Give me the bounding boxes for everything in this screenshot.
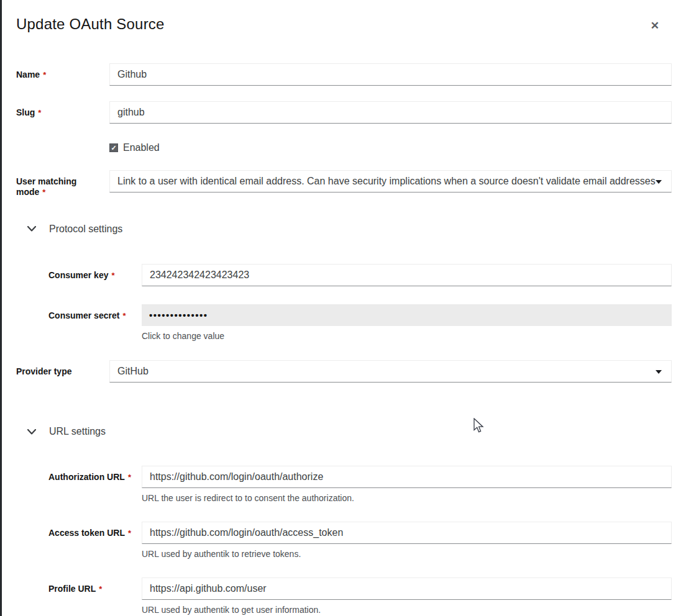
required-asterisk: * <box>111 271 114 280</box>
form-row-consumer-key: Consumer key* <box>48 264 672 286</box>
chevron-down-icon <box>656 180 662 184</box>
form-row-enabled: ✓ Enabled <box>16 140 672 153</box>
form-row-provider-type: Provider type GitHub <box>16 360 672 383</box>
required-asterisk: * <box>122 311 126 320</box>
url-settings-heading: URL settings <box>49 426 106 437</box>
access-token-url-label: Access token URL* <box>48 522 142 538</box>
form-row-user-matching-mode: User matching mode* Link to a user with … <box>16 170 672 197</box>
slug-input[interactable] <box>109 101 672 124</box>
profile-url-input[interactable] <box>142 578 672 600</box>
required-asterisk: * <box>128 473 131 482</box>
checkmark-icon: ✓ <box>111 145 116 152</box>
enabled-label: Enabled <box>123 142 160 153</box>
name-label: Name* <box>16 63 109 80</box>
provider-type-label: Provider type <box>16 360 109 377</box>
page-title: Update OAuth Source <box>16 16 165 33</box>
update-oauth-source-modal: Update OAuth Source ✕ Name* Slug* ✓ Enab… <box>0 0 686 615</box>
provider-type-select[interactable]: GitHub <box>109 360 672 383</box>
protocol-settings-toggle[interactable]: Protocol settings <box>16 224 672 235</box>
authorization-url-input[interactable] <box>142 466 672 488</box>
chevron-down-icon <box>656 370 662 374</box>
required-asterisk: * <box>128 528 131 538</box>
access-token-url-input[interactable] <box>142 522 672 544</box>
user-matching-mode-select[interactable]: Link to a user with identical email addr… <box>109 170 672 192</box>
consumer-secret-helper: Click to change value <box>142 331 672 342</box>
consumer-secret-label: Consumer secret* <box>48 304 142 321</box>
form-row-access-token-url: Access token URL* URL used by authentik … <box>48 522 672 559</box>
chevron-down-icon <box>27 429 36 435</box>
required-asterisk: * <box>38 108 41 117</box>
close-button[interactable]: ✕ <box>647 19 663 32</box>
form-row-profile-url: Profile URL* URL used by authentik to ge… <box>48 578 672 615</box>
profile-url-helper: URL used by authentik to get user inform… <box>142 605 672 615</box>
chevron-down-icon <box>27 226 36 232</box>
enabled-checkbox[interactable]: ✓ <box>109 143 118 152</box>
required-asterisk: * <box>43 70 46 79</box>
name-input[interactable] <box>109 63 672 86</box>
modal-header: Update OAuth Source ✕ <box>16 16 672 33</box>
provider-type-value: GitHub <box>117 366 149 376</box>
consumer-secret-masked-field[interactable]: •••••••••••••• <box>142 304 672 326</box>
form-row-name: Name* <box>16 63 672 86</box>
authorization-url-label: Authorization URL* <box>48 466 142 482</box>
page-edge-strip <box>0 0 2 616</box>
required-asterisk: * <box>99 584 102 594</box>
user-matching-mode-label: User matching mode* <box>16 170 109 197</box>
protocol-settings-heading: Protocol settings <box>49 224 122 235</box>
user-matching-mode-value: Link to a user with identical email addr… <box>117 176 656 186</box>
consumer-key-input[interactable] <box>142 264 672 286</box>
close-icon: ✕ <box>651 20 659 32</box>
enabled-checkbox-wrap[interactable]: ✓ Enabled <box>109 140 672 153</box>
access-token-url-helper: URL used by authentik to retrieve tokens… <box>142 549 672 559</box>
required-asterisk: * <box>42 188 45 197</box>
form-row-authorization-url: Authorization URL* URL the user is redir… <box>48 466 672 504</box>
profile-url-label: Profile URL* <box>48 578 142 594</box>
consumer-key-label: Consumer key* <box>48 264 142 281</box>
form-row-consumer-secret: Consumer secret* •••••••••••••• Click to… <box>48 304 672 342</box>
form-row-slug: Slug* <box>16 101 672 124</box>
slug-label: Slug* <box>16 101 109 118</box>
url-settings-toggle[interactable]: URL settings <box>16 426 672 437</box>
authorization-url-helper: URL the user is redirect to to consent t… <box>142 493 672 504</box>
